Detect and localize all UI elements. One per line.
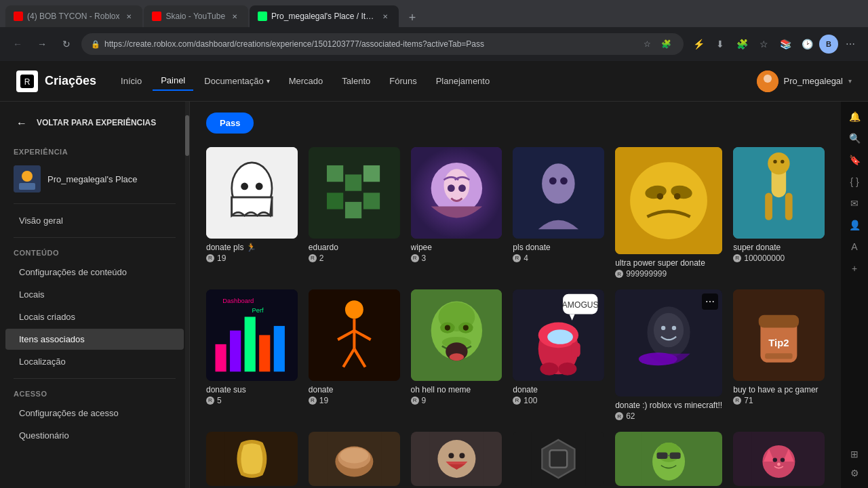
item-price-10: R 100 [513,396,604,405]
item-card-15[interactable] [411,432,502,486]
search-icon[interactable]: 🔍 [845,129,864,148]
settings-right-icon[interactable]: ⚙ [845,464,864,483]
app-wrapper: R Criações Início Painel Documentação ▾ … [0,61,868,488]
new-tab-button[interactable]: + [403,8,422,27]
robux-icon-10: R [513,396,521,405]
item-thumb-1 [206,147,298,239]
logo: R Criações [16,70,96,92]
collections-icon[interactable]: 📚 [776,35,795,54]
svg-point-76 [559,363,577,375]
grid-icon[interactable]: ⊞ [845,445,864,464]
scrollbar-thumb[interactable] [185,115,189,156]
sidebar-item-localizacao[interactable]: Localização [5,351,184,372]
svg-point-63 [462,325,468,331]
nav-inicio[interactable]: Início [113,71,150,91]
svg-point-23 [447,184,454,192]
roblox-favicon [14,12,23,21]
item-price-11: R 62 [615,411,722,421]
url-bar[interactable]: 🔒 https://create.roblox.com/dashboard/cr… [81,33,684,55]
svg-point-66 [449,353,464,361]
item-card-1[interactable]: donate pls 🏃 R 19 [206,147,298,279]
sidebar-item-locais-criados[interactable]: Locais criados [5,306,184,327]
item-card-5[interactable]: ultra power super donate R 999999999 [615,147,722,279]
tab-roblox[interactable]: (4) BOB TYCON - Roblox ✕ [5,5,142,27]
item-thumb-15 [411,432,502,486]
nav-painel[interactable]: Painel [153,71,193,91]
nav-foruns[interactable]: Fóruns [381,71,425,91]
item-card-11[interactable]: ⋯ donate :) roblox vs minecraft!! R 62 [615,289,722,421]
item-price-12: R 71 [733,396,825,405]
item-card-8[interactable]: donate R 19 [309,289,400,421]
tab-youtube-close[interactable]: ✕ [229,11,240,22]
user-button[interactable]: Pro_megalegal ▾ [757,70,852,92]
item-card-18[interactable] [733,432,825,486]
sidebar-item-locais[interactable]: Locais [5,284,184,305]
person-icon[interactable]: 👤 [845,216,864,235]
item-name-4: pls donate [513,243,604,252]
sidebar-item-questionario[interactable]: Questionário [5,425,184,446]
nav-planejamento[interactable]: Planejamento [428,71,498,91]
svg-point-4 [761,84,774,92]
svg-point-37 [768,152,789,174]
downloads-icon[interactable]: ⬇ [711,35,730,54]
mail-icon[interactable]: ✉ [845,194,864,213]
sidebar-item-config-acesso[interactable]: Configurações de acesso [5,403,184,424]
item-card-3[interactable]: wipee R 3 [411,147,502,279]
url-text: https://create.roblox.com/dashboard/crea… [104,39,484,49]
extensions-btn[interactable]: 🧩 [732,35,751,54]
svg-rect-87 [765,353,792,359]
history-icon[interactable]: 🕑 [797,35,816,54]
svg-point-6 [22,171,33,182]
translate-icon[interactable]: A [845,237,864,256]
item-card-12[interactable]: Tip2 buy to have a pc gamer R 71 [733,289,825,421]
forward-button[interactable]: → [33,35,52,54]
item-price-3: R 3 [411,253,502,263]
item-thumb-8 [309,289,400,381]
experience-item[interactable]: Pro_megalegal's Place [0,160,189,198]
tab-create-label: Pro_megalegal's Place / Itens as... [271,12,376,21]
item-card-13[interactable] [206,432,298,486]
nav-mercado[interactable]: Mercado [281,71,332,91]
item-card-6[interactable]: super donate R 100000000 [733,147,825,279]
tab-create-close[interactable]: ✕ [380,11,391,22]
item-thumb-14 [309,432,400,486]
browser-profile-button[interactable]: B [819,35,838,54]
item-card-7[interactable]: Dashboard Perf donate sus R 5 [206,289,298,421]
back-button[interactable]: ← [8,35,27,54]
reload-button[interactable]: ↻ [57,35,76,54]
tab-create[interactable]: Pro_megalegal's Place / Itens as... ✕ [250,5,399,27]
robux-icon-5: R [615,270,623,278]
sidebar-item-config-conteudo[interactable]: Configurações de conteúdo [5,262,184,283]
sidebar-item-visao-geral[interactable]: Visão geral [5,210,184,231]
extensions-icon[interactable]: 🧩 [658,36,674,52]
svg-point-27 [549,177,557,184]
pass-tab-button[interactable]: Pass [206,113,254,134]
svg-point-22 [443,169,469,202]
performance-icon[interactable]: ⚡ [689,35,708,54]
item-card-10[interactable]: AMOGUS [513,289,604,421]
item-card-16[interactable] [513,432,604,486]
tab-roblox-close[interactable]: ✕ [123,11,134,22]
tab-youtube[interactable]: Skaio - YouTube ✕ [144,5,248,27]
bookmark-icon[interactable]: ☆ [639,36,655,52]
scrollbar-track[interactable] [185,102,189,488]
item-thumb-2 [309,147,400,239]
item-card-9[interactable]: oh hell no meme R 9 [411,289,502,421]
settings-icon[interactable]: ⋯ [841,35,860,54]
item-more-button-11[interactable]: ⋯ [702,293,718,310]
nav-documentacao[interactable]: Documentação ▾ [196,71,277,91]
item-card-4[interactable]: pls donate R 4 [513,147,604,279]
nav-talento[interactable]: Talento [334,71,378,91]
plus-icon[interactable]: + [845,259,864,278]
item-card-2[interactable]: eduardo R 2 [309,147,400,279]
bookmark-right-icon[interactable]: 🔖 [845,150,864,169]
notification-icon[interactable]: 🔔 [845,107,864,126]
robux-icon-7: R [206,396,214,405]
sidebar-item-itens-associados[interactable]: Itens associados [5,329,184,350]
back-to-experiences-button[interactable]: ← VOLTAR PARA EXPERIÊNCIAS [0,102,189,142]
item-card-17[interactable] [615,432,722,486]
item-name-11: donate :) roblox vs minecraft!! [615,401,722,410]
item-card-14[interactable] [309,432,400,486]
code-icon[interactable]: { } [845,172,864,191]
favorites-icon[interactable]: ☆ [754,35,773,54]
